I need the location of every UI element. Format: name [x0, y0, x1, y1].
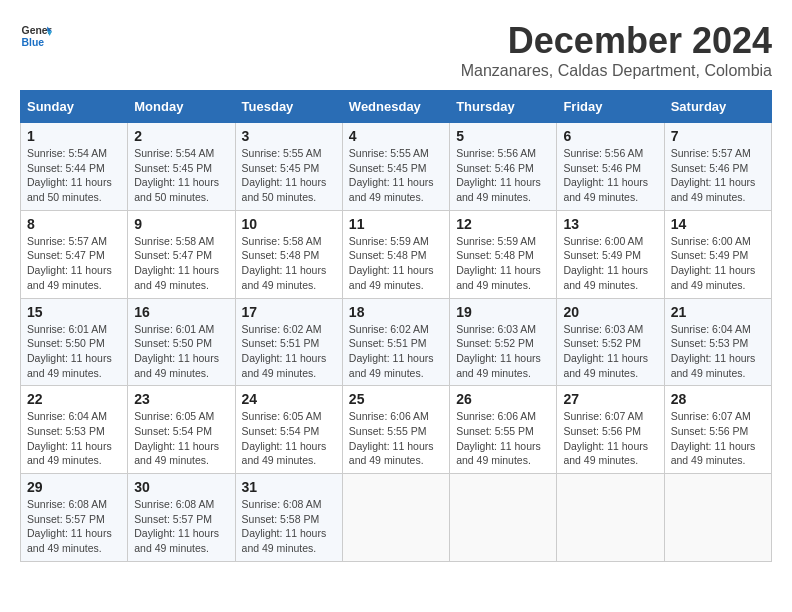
calendar-cell: 30Sunrise: 6:08 AM Sunset: 5:57 PM Dayli… [128, 474, 235, 562]
day-number: 12 [456, 216, 550, 232]
day-info: Sunrise: 6:03 AM Sunset: 5:52 PM Dayligh… [563, 322, 657, 381]
day-info: Sunrise: 6:05 AM Sunset: 5:54 PM Dayligh… [242, 409, 336, 468]
day-number: 17 [242, 304, 336, 320]
calendar-day-header: Saturday [664, 91, 771, 123]
svg-text:Blue: Blue [22, 37, 45, 48]
day-info: Sunrise: 6:06 AM Sunset: 5:55 PM Dayligh… [456, 409, 550, 468]
calendar-cell: 3Sunrise: 5:55 AM Sunset: 5:45 PM Daylig… [235, 123, 342, 211]
calendar-cell [342, 474, 449, 562]
day-number: 27 [563, 391, 657, 407]
calendar-cell: 7Sunrise: 5:57 AM Sunset: 5:46 PM Daylig… [664, 123, 771, 211]
calendar-cell: 23Sunrise: 6:05 AM Sunset: 5:54 PM Dayli… [128, 386, 235, 474]
calendar-cell: 25Sunrise: 6:06 AM Sunset: 5:55 PM Dayli… [342, 386, 449, 474]
day-info: Sunrise: 5:57 AM Sunset: 5:46 PM Dayligh… [671, 146, 765, 205]
day-number: 15 [27, 304, 121, 320]
calendar-cell: 4Sunrise: 5:55 AM Sunset: 5:45 PM Daylig… [342, 123, 449, 211]
calendar-week-row: 1Sunrise: 5:54 AM Sunset: 5:44 PM Daylig… [21, 123, 772, 211]
day-number: 28 [671, 391, 765, 407]
day-number: 31 [242, 479, 336, 495]
calendar-cell [664, 474, 771, 562]
day-number: 7 [671, 128, 765, 144]
calendar-table: SundayMondayTuesdayWednesdayThursdayFrid… [20, 90, 772, 562]
day-info: Sunrise: 6:01 AM Sunset: 5:50 PM Dayligh… [134, 322, 228, 381]
day-number: 1 [27, 128, 121, 144]
calendar-cell: 17Sunrise: 6:02 AM Sunset: 5:51 PM Dayli… [235, 298, 342, 386]
calendar-cell: 28Sunrise: 6:07 AM Sunset: 5:56 PM Dayli… [664, 386, 771, 474]
day-info: Sunrise: 5:58 AM Sunset: 5:48 PM Dayligh… [242, 234, 336, 293]
calendar-week-row: 29Sunrise: 6:08 AM Sunset: 5:57 PM Dayli… [21, 474, 772, 562]
day-info: Sunrise: 6:08 AM Sunset: 5:58 PM Dayligh… [242, 497, 336, 556]
day-number: 13 [563, 216, 657, 232]
day-number: 30 [134, 479, 228, 495]
day-number: 22 [27, 391, 121, 407]
day-number: 16 [134, 304, 228, 320]
day-info: Sunrise: 5:59 AM Sunset: 5:48 PM Dayligh… [456, 234, 550, 293]
calendar-day-header: Wednesday [342, 91, 449, 123]
calendar-cell: 27Sunrise: 6:07 AM Sunset: 5:56 PM Dayli… [557, 386, 664, 474]
day-info: Sunrise: 6:06 AM Sunset: 5:55 PM Dayligh… [349, 409, 443, 468]
day-info: Sunrise: 6:02 AM Sunset: 5:51 PM Dayligh… [349, 322, 443, 381]
day-info: Sunrise: 6:08 AM Sunset: 5:57 PM Dayligh… [134, 497, 228, 556]
day-info: Sunrise: 5:56 AM Sunset: 5:46 PM Dayligh… [563, 146, 657, 205]
calendar-day-header: Thursday [450, 91, 557, 123]
calendar-cell: 10Sunrise: 5:58 AM Sunset: 5:48 PM Dayli… [235, 210, 342, 298]
day-number: 23 [134, 391, 228, 407]
main-title: December 2024 [461, 20, 772, 62]
day-info: Sunrise: 6:08 AM Sunset: 5:57 PM Dayligh… [27, 497, 121, 556]
logo-icon: General Blue [20, 20, 52, 52]
day-number: 8 [27, 216, 121, 232]
calendar-cell: 18Sunrise: 6:02 AM Sunset: 5:51 PM Dayli… [342, 298, 449, 386]
day-number: 19 [456, 304, 550, 320]
logo: General Blue [20, 20, 52, 52]
day-number: 4 [349, 128, 443, 144]
day-number: 18 [349, 304, 443, 320]
calendar-day-header: Sunday [21, 91, 128, 123]
day-info: Sunrise: 5:54 AM Sunset: 5:45 PM Dayligh… [134, 146, 228, 205]
calendar-cell: 24Sunrise: 6:05 AM Sunset: 5:54 PM Dayli… [235, 386, 342, 474]
day-info: Sunrise: 6:02 AM Sunset: 5:51 PM Dayligh… [242, 322, 336, 381]
calendar-cell: 16Sunrise: 6:01 AM Sunset: 5:50 PM Dayli… [128, 298, 235, 386]
calendar-week-row: 22Sunrise: 6:04 AM Sunset: 5:53 PM Dayli… [21, 386, 772, 474]
calendar-cell: 12Sunrise: 5:59 AM Sunset: 5:48 PM Dayli… [450, 210, 557, 298]
day-number: 24 [242, 391, 336, 407]
day-info: Sunrise: 5:55 AM Sunset: 5:45 PM Dayligh… [349, 146, 443, 205]
day-number: 10 [242, 216, 336, 232]
calendar-cell: 22Sunrise: 6:04 AM Sunset: 5:53 PM Dayli… [21, 386, 128, 474]
calendar-cell: 1Sunrise: 5:54 AM Sunset: 5:44 PM Daylig… [21, 123, 128, 211]
day-info: Sunrise: 5:58 AM Sunset: 5:47 PM Dayligh… [134, 234, 228, 293]
day-info: Sunrise: 6:03 AM Sunset: 5:52 PM Dayligh… [456, 322, 550, 381]
day-number: 3 [242, 128, 336, 144]
calendar-cell: 14Sunrise: 6:00 AM Sunset: 5:49 PM Dayli… [664, 210, 771, 298]
day-number: 14 [671, 216, 765, 232]
day-info: Sunrise: 6:00 AM Sunset: 5:49 PM Dayligh… [671, 234, 765, 293]
calendar-cell: 31Sunrise: 6:08 AM Sunset: 5:58 PM Dayli… [235, 474, 342, 562]
day-number: 26 [456, 391, 550, 407]
calendar-week-row: 15Sunrise: 6:01 AM Sunset: 5:50 PM Dayli… [21, 298, 772, 386]
calendar-day-header: Monday [128, 91, 235, 123]
day-info: Sunrise: 6:05 AM Sunset: 5:54 PM Dayligh… [134, 409, 228, 468]
day-info: Sunrise: 5:55 AM Sunset: 5:45 PM Dayligh… [242, 146, 336, 205]
calendar-day-header: Friday [557, 91, 664, 123]
title-section: December 2024 Manzanares, Caldas Departm… [461, 20, 772, 80]
page-container: General Blue December 2024 Manzanares, C… [20, 20, 772, 562]
calendar-cell: 2Sunrise: 5:54 AM Sunset: 5:45 PM Daylig… [128, 123, 235, 211]
calendar-cell: 20Sunrise: 6:03 AM Sunset: 5:52 PM Dayli… [557, 298, 664, 386]
day-info: Sunrise: 6:04 AM Sunset: 5:53 PM Dayligh… [27, 409, 121, 468]
calendar-cell [450, 474, 557, 562]
day-info: Sunrise: 5:56 AM Sunset: 5:46 PM Dayligh… [456, 146, 550, 205]
calendar-cell: 5Sunrise: 5:56 AM Sunset: 5:46 PM Daylig… [450, 123, 557, 211]
calendar-cell: 26Sunrise: 6:06 AM Sunset: 5:55 PM Dayli… [450, 386, 557, 474]
day-number: 29 [27, 479, 121, 495]
calendar-cell [557, 474, 664, 562]
day-info: Sunrise: 6:07 AM Sunset: 5:56 PM Dayligh… [671, 409, 765, 468]
day-info: Sunrise: 5:59 AM Sunset: 5:48 PM Dayligh… [349, 234, 443, 293]
day-number: 2 [134, 128, 228, 144]
subtitle: Manzanares, Caldas Department, Colombia [461, 62, 772, 80]
calendar-cell: 21Sunrise: 6:04 AM Sunset: 5:53 PM Dayli… [664, 298, 771, 386]
calendar-cell: 9Sunrise: 5:58 AM Sunset: 5:47 PM Daylig… [128, 210, 235, 298]
calendar-week-row: 8Sunrise: 5:57 AM Sunset: 5:47 PM Daylig… [21, 210, 772, 298]
calendar-header-row: SundayMondayTuesdayWednesdayThursdayFrid… [21, 91, 772, 123]
day-number: 6 [563, 128, 657, 144]
day-info: Sunrise: 5:57 AM Sunset: 5:47 PM Dayligh… [27, 234, 121, 293]
calendar-cell: 19Sunrise: 6:03 AM Sunset: 5:52 PM Dayli… [450, 298, 557, 386]
